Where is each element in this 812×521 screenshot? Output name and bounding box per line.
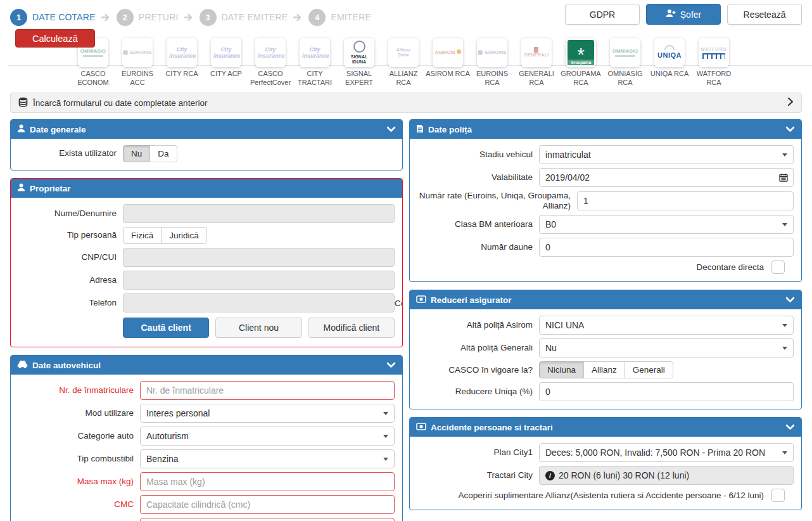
step-date-emitere[interactable]: 3 DATE EMITERE <box>200 9 288 26</box>
insurer-card-omniasig-rca[interactable]: OMNIASIG OMNIASIG RCA <box>603 38 647 87</box>
caret-down-icon <box>383 435 388 438</box>
step-date-cotare[interactable]: 1 DATE COTARE <box>10 9 96 26</box>
uniqa-logo: UNIQA <box>657 45 682 60</box>
client-nou-button[interactable]: Client nou <box>215 318 301 338</box>
caret-down-icon <box>383 458 388 461</box>
panel-accidente-header[interactable]: Accidente persoane si tractari <box>410 418 801 437</box>
step-label: PREȚURI <box>139 12 179 22</box>
calculate-button[interactable]: Calculează <box>15 29 95 48</box>
caret-down-icon <box>782 347 787 350</box>
casco-generali-option[interactable]: Generali <box>625 361 673 378</box>
reducere-uniqa-field[interactable] <box>539 382 794 401</box>
generali-logo: GENERALI <box>521 46 552 59</box>
casco-allianz-option[interactable]: Allianz <box>583 361 625 378</box>
valabilitate-field[interactable] <box>540 169 774 186</box>
exista-utilizator-nu-option[interactable]: Nu <box>123 145 150 162</box>
categorie-auto-select[interactable]: Autoturism <box>140 427 395 446</box>
cnp-cui-label: CNP/CUI <box>18 252 123 262</box>
masa-max-field[interactable] <box>140 472 395 491</box>
cmc-label: CMC <box>18 499 140 510</box>
casco-niciuna-option[interactable]: Niciuna <box>539 361 584 378</box>
plan-city1-select[interactable]: Deces: 5,000 RON, Invalid: 7,500 RON - P… <box>539 443 794 462</box>
insurer-name: OMNIASIG RCA <box>603 70 647 87</box>
reset-button[interactable]: Resetează <box>727 4 802 25</box>
insurer-card-asirom-rca[interactable]: ASIROM ASIROM RCA <box>426 38 470 87</box>
chevron-down-icon[interactable] <box>785 125 795 134</box>
cauta-client-button[interactable]: Caută client <box>123 318 209 338</box>
acoperiri-suplimentare-checkbox[interactable] <box>771 489 785 502</box>
calendar-icon[interactable] <box>774 173 793 182</box>
signal-iduna-logo: SIGNAL IDUNA <box>344 40 374 65</box>
decontare-directa-checkbox[interactable] <box>771 260 785 274</box>
nume-denumire-field[interactable] <box>123 204 395 223</box>
gdpr-button[interactable]: GDPR <box>565 4 640 25</box>
putere-vehicul-field[interactable] <box>140 518 395 521</box>
cmc-field[interactable] <box>140 495 395 514</box>
person-plus-icon <box>666 9 676 20</box>
insurer-card-city-tractari[interactable]: City insurance CITY TRACTARI <box>293 38 337 87</box>
acoperiri-suplimentare-label: Acoperiri suplimentare Allianz(Asistenta… <box>459 491 764 500</box>
insurer-card-groupama-rca[interactable]: Groupama GROUPAMA RCA <box>559 38 603 87</box>
panel-date-generale-header[interactable]: Date generale <box>11 120 402 139</box>
casco-in-vigoare-label: CASCO în vigoare la? <box>417 365 539 375</box>
driver-button[interactable]: Șofer <box>646 4 721 25</box>
insurer-card-generali-rca[interactable]: GENERALI GENERALI RCA <box>514 38 559 87</box>
accident-badge-icon <box>416 423 426 432</box>
insurer-card-signal-expert[interactable]: SIGNAL IDUNA SIGNAL EXPERT <box>337 38 381 87</box>
mod-utilizare-select[interactable]: Interes personal <box>140 404 395 423</box>
numar-rate-field[interactable] <box>577 191 794 210</box>
mod-utilizare-label: Mod utilizare <box>18 408 140 418</box>
insurer-card-casco-perfectcover[interactable]: City insurance CASCO PerfectCover <box>248 38 293 87</box>
caret-down-icon <box>782 324 787 327</box>
tip-combustibil-select[interactable]: Benzina <box>140 449 395 468</box>
panel-reduceri-header[interactable]: Reduceri asigurator <box>410 290 801 309</box>
driver-button-label: Șofer <box>680 10 701 20</box>
step-number: 3 <box>200 9 217 26</box>
insurer-card-uniqa-rca[interactable]: UNIQA UNIQA RCA <box>647 38 692 87</box>
chevron-down-icon[interactable] <box>785 295 795 305</box>
insurer-name: ALLIANZ RCA <box>381 70 426 87</box>
adresa-field[interactable] <box>123 271 395 290</box>
stadiu-vehicul-select[interactable]: inmatriculat <box>539 145 794 164</box>
panel-title: Date poliță <box>428 125 781 134</box>
chevron-right-icon <box>787 97 794 108</box>
exista-utilizator-da-option[interactable]: Da <box>149 145 177 162</box>
tip-persoana-juridica-option[interactable]: Juridică <box>161 227 207 244</box>
exista-utilizator-toggle: Nu Da <box>123 145 177 162</box>
tip-persoana-fizica-option[interactable]: Fizică <box>123 227 162 244</box>
panel-date-autovehicul-header[interactable]: Date autovehicul <box>11 356 402 375</box>
cnp-cui-field[interactable] <box>123 248 395 267</box>
panel-proprietar-header[interactable]: Proprietar <box>11 179 402 198</box>
insurer-card-city-acp[interactable]: City insurance CITY ACP <box>204 38 248 87</box>
insurer-card-euroins-rca[interactable]: EUROINS EUROINS RCA <box>470 38 514 87</box>
clasa-bm-select[interactable]: B0 <box>539 215 794 234</box>
chevron-down-icon[interactable] <box>386 361 396 370</box>
alta-polita-generali-select[interactable]: Nu <box>539 338 794 357</box>
step-preturi[interactable]: 2 PREȚURI <box>117 9 179 26</box>
telefon-field[interactable] <box>123 293 395 312</box>
step-emitere[interactable]: 4 EMITERE <box>308 9 371 26</box>
insurer-name: WATFORD RCA <box>692 70 736 87</box>
alta-polita-asirom-select[interactable]: NICI UNA <box>539 316 794 335</box>
insurer-products-strip: OMNIASIG CASCO ECONOM EUROINS EUROINS AC… <box>0 29 812 87</box>
insurer-card-allianz-rca[interactable]: Allianz Țiriac ALLIANZ RCA <box>381 38 426 87</box>
allianz-logo: Allianz Țiriac <box>390 47 417 58</box>
panel-date-polita-header[interactable]: Date poliță <box>410 120 801 139</box>
insurer-card-city-rca[interactable]: City insurance CITY RCA <box>160 38 204 87</box>
chevron-down-icon[interactable] <box>386 125 396 134</box>
plan-city1-label: Plan City1 <box>417 447 539 458</box>
step-number: 4 <box>308 9 326 26</box>
city-insurance-logo: City insurance <box>168 46 195 60</box>
numar-daune-field[interactable] <box>539 238 794 257</box>
telefon-label: Telefon <box>18 298 123 308</box>
caret-down-icon <box>782 451 787 454</box>
panel-accidente-tractari: Accidente persoane si tractari Plan City… <box>409 417 802 510</box>
chevron-down-icon[interactable] <box>785 423 795 432</box>
modifica-client-button[interactable]: Modifică client <box>308 318 395 338</box>
valabilitate-group <box>539 168 794 187</box>
numar-daune-label: Număr daune <box>417 242 539 252</box>
load-previous-form-bar[interactable]: Încarcă formularul cu date completate an… <box>10 93 802 113</box>
insurer-card-euroins-acc[interactable]: EUROINS EUROINS ACC <box>115 38 160 87</box>
nr-inmatriculare-field[interactable] <box>140 381 395 400</box>
insurer-card-watford-rca[interactable]: WATFORD WATFORD RCA <box>692 38 736 87</box>
